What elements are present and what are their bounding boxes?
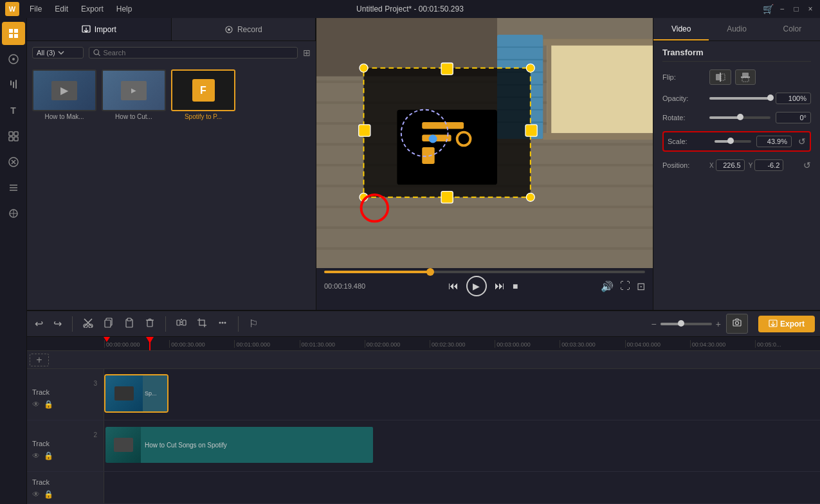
play-button[interactable]: ▶ [466,276,487,296]
media-item[interactable]: ▶ How to Mak... [32,69,96,120]
split-video-button[interactable] [174,315,189,333]
flip-v-button[interactable] [735,69,756,85]
svg-rect-11 [9,137,13,141]
menu-file[interactable]: File [27,3,44,15]
svg-rect-79 [742,73,749,76]
media-tabs: Import Record [27,18,316,41]
cart-icon[interactable]: 🛒 [763,4,772,14]
snapshot-button[interactable] [726,314,748,334]
svg-point-21 [228,28,230,31]
marker-button[interactable]: ⚐ [246,315,260,332]
track-clip-2[interactable]: How to Cut Songs on Spotify [104,426,374,464]
search-input[interactable] [103,49,293,57]
ruler-mark: 00:04:30.000 [690,340,755,348]
position-reset-button[interactable]: ↺ [803,160,811,170]
media-thumb-selected: F [171,69,235,111]
position-y-value: -6.2 [754,159,783,171]
position-x-item: X 226.5 [709,159,745,171]
delete-button[interactable] [142,315,158,333]
svg-rect-36 [316,248,653,250]
sidebar-item-audio[interactable] [2,73,25,96]
undo-button[interactable]: ↩ [32,315,46,332]
sidebar-item-media[interactable] [2,48,25,71]
svg-rect-90 [149,319,151,320]
svg-rect-88 [147,320,152,327]
grid-view-button[interactable]: ⊞ [303,48,311,58]
menu-help[interactable]: Help [114,3,135,15]
tab-color[interactable]: Color [765,18,820,40]
redo-button[interactable]: ↪ [51,315,64,332]
search-box [89,47,298,59]
paste-button[interactable] [122,315,137,333]
sidebar-item-home[interactable] [2,22,25,45]
ruler-mark: 00:00:00.000 [104,340,169,348]
close-button[interactable]: × [806,4,815,14]
progress-bar[interactable] [324,271,645,273]
opacity-slider[interactable] [709,97,770,100]
filter-dropdown[interactable]: All (3) [32,47,84,59]
svg-rect-2 [9,34,13,38]
scale-row: Scale: 43.9% ↺ [668,136,806,147]
maximize-button[interactable]: □ [792,4,801,14]
properties-panel: Video Audio Color Transform Flip: [653,18,820,310]
zoom-out-button[interactable]: − [651,319,657,329]
flip-h-button[interactable] [709,69,731,85]
zoom-in-button[interactable]: + [716,319,721,329]
svg-rect-1 [14,29,18,33]
add-track-row: + [27,351,820,369]
screenshot-button[interactable]: ⛶ [620,280,630,292]
svg-line-23 [98,54,100,56]
svg-point-61 [526,64,534,72]
ruler-marks: 00:00:00.000 00:00:30.000 00:01:00.000 0… [104,340,820,348]
tab-audio[interactable]: Audio [709,18,764,40]
tab-video[interactable]: Video [653,18,709,40]
sidebar-item-text[interactable]: T [2,99,25,122]
track-visibility-button[interactable]: 👁 [32,490,40,499]
prev-frame-button[interactable]: ⏮ [448,280,459,292]
sidebar-item-stickers[interactable] [2,176,25,199]
track-visibility-button[interactable]: 👁 [32,400,40,409]
tab-record[interactable]: Record [172,18,316,40]
copy-button[interactable] [101,315,116,333]
media-label: How to Mak... [32,113,96,120]
sidebar-item-transitions[interactable] [2,150,25,174]
menu-edit[interactable]: Edit [52,3,71,15]
sidebar: T [0,18,27,504]
scale-slider[interactable] [715,140,751,143]
minimize-button[interactable]: − [778,4,787,14]
media-toolbar: All (3) ⊞ [27,41,316,64]
add-track-button[interactable]: + [30,354,49,366]
cut-button[interactable] [80,315,96,333]
next-frame-button[interactable]: ⏭ [495,280,505,292]
menu-export[interactable]: Export [78,3,106,15]
svg-rect-9 [9,132,13,136]
track-lock-button[interactable]: 🔒 [44,490,53,499]
svg-rect-66 [359,125,370,136]
media-item[interactable]: ▶ How to Cut... [102,69,166,120]
more-button[interactable] [215,315,230,333]
stop-button[interactable]: ■ [513,281,518,291]
volume-button[interactable]: 🔊 [601,280,614,292]
media-item-selected[interactable]: F Spotify to P... [171,69,235,120]
track-lock-button[interactable]: 🔒 [44,400,53,409]
rotate-slider[interactable] [709,116,770,119]
track-visibility-button[interactable]: 👁 [32,451,40,460]
svg-rect-12 [14,137,18,141]
fit-button[interactable]: ⊡ [637,280,645,292]
sidebar-item-filters[interactable] [2,202,25,225]
export-button[interactable]: Export [758,316,815,332]
sidebar-item-effects[interactable] [2,125,25,148]
track-name: Track [32,388,98,396]
scale-reset-button[interactable]: ↺ [798,136,806,147]
crop-video-button[interactable] [194,315,210,333]
track-lock-button[interactable]: 🔒 [44,451,53,460]
track-clip[interactable]: Sp... [104,374,169,413]
track-label-1: Track 👁 🔒 [27,472,104,503]
ruler-mark: 00:03:00.000 [495,340,560,348]
zoom-slider[interactable] [661,323,712,325]
svg-point-60 [360,64,368,72]
playback-controls: ⏮ ▶ ⏭ ■ [448,276,518,296]
tab-import[interactable]: Import [27,18,172,40]
track-content-3: Sp... [104,369,820,420]
svg-rect-77 [721,74,725,80]
